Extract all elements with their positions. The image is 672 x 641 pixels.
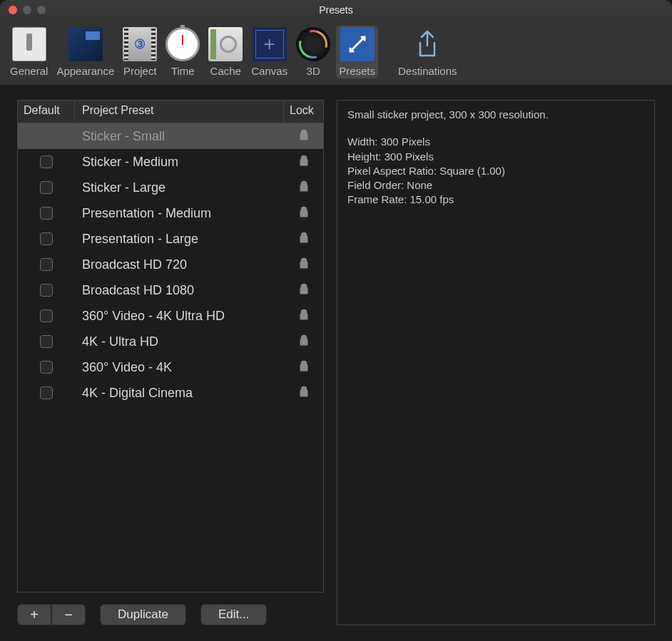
- preset-row[interactable]: 4K - Ultra HD: [18, 329, 323, 354]
- lock-cell: [284, 257, 323, 272]
- lock-cell: [284, 129, 323, 143]
- lock-icon: [299, 360, 309, 374]
- column-header-default[interactable]: Default: [18, 101, 75, 123]
- preset-name: Sticker - Medium: [75, 155, 284, 170]
- toolbar-label: 3D: [307, 65, 320, 77]
- project-badge: ③: [134, 36, 146, 52]
- default-checkbox[interactable]: [40, 207, 53, 220]
- lock-icon: [299, 129, 309, 143]
- default-cell: [18, 181, 75, 194]
- default-checkbox[interactable]: [40, 258, 53, 271]
- toolbar-tab-cache[interactable]: Cache: [205, 26, 245, 78]
- detail-width: Width: 300 Pixels: [347, 135, 644, 149]
- lock-cell: [284, 232, 323, 246]
- left-panel: Default Project Preset Lock Sticker - Sm…: [17, 100, 324, 625]
- duplicate-button[interactable]: Duplicate: [100, 604, 186, 625]
- detail-par: Pixel Aspect Ratio: Square (1.00): [347, 164, 644, 178]
- toolbar-tab-project[interactable]: ③ Project: [120, 26, 160, 78]
- toolbar-label: General: [10, 65, 48, 77]
- zoom-window-button[interactable]: [37, 6, 46, 14]
- default-checkbox[interactable]: [40, 232, 53, 245]
- lock-icon: [299, 180, 309, 195]
- lock-icon: [299, 155, 309, 169]
- detail-frame-rate: Frame Rate: 15.00 fps: [347, 193, 644, 207]
- lock-cell: [284, 334, 323, 349]
- detail-description: Small sticker project, 300 x 300 resolut…: [347, 108, 644, 122]
- lock-cell: [284, 206, 323, 220]
- toolbar-tab-presets[interactable]: Presets: [336, 26, 378, 78]
- preset-row[interactable]: Broadcast HD 1080: [18, 277, 323, 303]
- default-cell: [18, 232, 75, 245]
- detail-field-order: Field Order: None: [347, 178, 644, 193]
- preset-name: Sticker - Large: [75, 180, 284, 195]
- lock-icon: [299, 257, 309, 272]
- appearance-icon: [68, 27, 103, 61]
- time-icon: [166, 27, 200, 61]
- remove-preset-button[interactable]: −: [51, 604, 86, 625]
- close-window-button[interactable]: [9, 6, 17, 14]
- preferences-window: Presets General Appearance ③ Project Tim…: [0, 0, 672, 641]
- preset-row[interactable]: 4K - Digital Cinema: [18, 380, 323, 406]
- list-header: Default Project Preset Lock: [18, 101, 323, 123]
- toolbar-label: Canvas: [251, 65, 287, 77]
- default-cell: [18, 335, 75, 348]
- preset-row[interactable]: Sticker - Medium: [18, 149, 323, 175]
- toolbar-tab-appearance[interactable]: Appearance: [54, 26, 117, 78]
- column-header-lock[interactable]: Lock: [284, 101, 323, 123]
- 3d-icon: [296, 27, 330, 61]
- lock-cell: [284, 309, 323, 323]
- preset-row[interactable]: 360° Video - 4K Ultra HD: [18, 303, 323, 329]
- minimize-window-button[interactable]: [23, 6, 31, 14]
- column-header-preset[interactable]: Project Preset: [75, 101, 284, 123]
- default-checkbox[interactable]: [40, 309, 53, 322]
- destinations-icon: [410, 27, 444, 61]
- lock-icon: [299, 232, 309, 246]
- preset-row[interactable]: Presentation - Large: [18, 226, 323, 252]
- toolbar-tab-time[interactable]: Time: [163, 26, 203, 78]
- lock-icon: [299, 283, 309, 297]
- default-checkbox[interactable]: [40, 181, 53, 194]
- edit-button[interactable]: Edit...: [200, 604, 267, 625]
- toolbar-label: Project: [123, 65, 157, 77]
- lock-cell: [284, 360, 323, 374]
- preset-details-panel: Small sticker project, 300 x 300 resolut…: [337, 100, 655, 625]
- lock-cell: [284, 180, 323, 195]
- lock-icon: [299, 334, 309, 349]
- preset-name: Sticker - Small: [75, 129, 284, 144]
- preset-name: Presentation - Large: [75, 232, 284, 247]
- default-cell: [18, 386, 75, 399]
- preset-name: 4K - Digital Cinema: [75, 386, 284, 401]
- default-cell: [18, 284, 75, 297]
- toolbar-tab-destinations[interactable]: Destinations: [395, 26, 460, 78]
- presets-icon: [340, 27, 375, 61]
- preferences-toolbar: General Appearance ③ Project Time Cache …: [0, 20, 672, 86]
- toolbar-tab-canvas[interactable]: Canvas: [248, 26, 290, 78]
- preset-row[interactable]: Presentation - Medium: [18, 200, 323, 226]
- default-checkbox[interactable]: [40, 386, 53, 399]
- lock-cell: [284, 386, 323, 400]
- default-checkbox[interactable]: [40, 335, 53, 348]
- add-remove-group: + −: [17, 604, 86, 625]
- preset-row[interactable]: Sticker - Large: [18, 175, 323, 200]
- toolbar-tab-3d[interactable]: 3D: [293, 26, 333, 78]
- lock-icon: [299, 206, 309, 220]
- bottom-buttons: + − Duplicate Edit...: [17, 604, 324, 625]
- preset-row[interactable]: 360° Video - 4K: [18, 354, 323, 380]
- default-checkbox[interactable]: [40, 284, 53, 297]
- add-preset-button[interactable]: +: [17, 604, 51, 625]
- default-checkbox[interactable]: [40, 155, 53, 168]
- toolbar-tab-general[interactable]: General: [7, 26, 51, 78]
- lock-cell: [284, 155, 323, 169]
- default-checkbox[interactable]: [40, 361, 53, 374]
- default-cell: [18, 258, 75, 271]
- titlebar[interactable]: Presets: [0, 0, 672, 20]
- lock-icon: [299, 309, 309, 323]
- preset-row[interactable]: Sticker - Small: [18, 123, 323, 149]
- lock-icon: [299, 386, 309, 400]
- list-body[interactable]: Sticker - SmallSticker - MediumSticker -…: [18, 123, 323, 592]
- default-cell: [18, 361, 75, 374]
- preset-row[interactable]: Broadcast HD 720: [18, 252, 323, 277]
- window-title: Presets: [9, 4, 663, 16]
- preset-name: 4K - Ultra HD: [75, 334, 284, 349]
- traffic-lights: [9, 6, 46, 14]
